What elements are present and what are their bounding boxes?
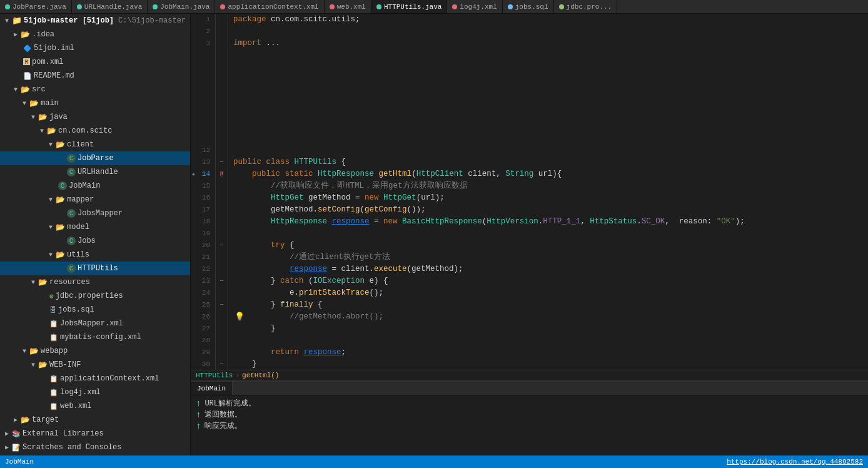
- tab-jobmain[interactable]: JobMain.java: [148, 0, 215, 13]
- editor-panel: 1 2 3 4 5 6 7 8 9 10 11 12 13 14 15 16 1: [191, 14, 868, 455]
- gutter-30[interactable]: −: [216, 359, 228, 370]
- sidebar-label: WEB-INF: [49, 360, 81, 369]
- sidebar-item-webapp[interactable]: ▼ 📂 webapp: [0, 344, 190, 358]
- sidebar-item-web-xml[interactable]: 📋 web.xml: [0, 399, 190, 413]
- sidebar-item-src[interactable]: ▼ 📂 src: [0, 83, 190, 96]
- code-line-22: response = client.execute(getMethod);: [233, 263, 868, 275]
- gutter-blank: [216, 61, 228, 73]
- tab-jobparse[interactable]: JobParse.java: [0, 0, 72, 13]
- breadcrumb-file[interactable]: HTTPUtils: [196, 372, 233, 379]
- tab-log4j[interactable]: log4j.xml: [447, 0, 502, 13]
- line-num-30: 30: [193, 359, 210, 370]
- code-line-15: //获取响应文件，即HTML，采用get方法获取响应数据: [233, 180, 868, 192]
- tab-urlhandle[interactable]: URLHandle.java: [72, 0, 148, 13]
- tab-label: jdbc.pro...: [567, 3, 612, 11]
- sidebar-item-utils[interactable]: ▼ 📂 utils: [0, 248, 190, 262]
- sidebar-item-idea[interactable]: ▶ 📂 .idea: [0, 28, 190, 41]
- bottom-tab-jobmain[interactable]: JobMain: [191, 382, 233, 395]
- sidebar-label: resources: [49, 278, 90, 287]
- code-line-20: try {: [233, 240, 868, 252]
- gutter-20[interactable]: −: [216, 240, 228, 252]
- sidebar-item-target[interactable]: ▶ 📂 target: [0, 413, 190, 427]
- code-line-12: [233, 145, 868, 156]
- sidebar-item-jobs[interactable]: C Jobs: [0, 234, 190, 248]
- sidebar-item-jobsmapper-xml[interactable]: 📋 JobsMapper.xml: [0, 317, 190, 330]
- line-num-21: 21: [193, 252, 210, 263]
- sidebar-item-package[interactable]: ▼ 📂 cn.com.scitc: [0, 124, 190, 138]
- sidebar-item-model[interactable]: ▼ 📂 model: [0, 220, 190, 234]
- folder-icon: 📂: [38, 360, 48, 370]
- sidebar-item-readme[interactable]: 📄 README.md: [0, 69, 190, 83]
- gutter-16: [216, 192, 228, 204]
- gutter-13[interactable]: −: [216, 156, 228, 168]
- sidebar-item-pom[interactable]: 🅼 pom.xml: [0, 55, 190, 69]
- prop-icon: ⚙: [49, 292, 54, 300]
- console-text: 返回数据。: [204, 409, 242, 420]
- expand-arrow: ▼: [31, 362, 35, 369]
- sidebar-item-ext-lib[interactable]: ▶ 📚 External Libraries: [0, 427, 190, 440]
- sidebar-item-urlhandle[interactable]: C URLHandle: [0, 165, 190, 179]
- sidebar-item-jdbc-prop[interactable]: ⚙ jdbc.properties: [0, 289, 190, 303]
- sidebar-label: Jobs: [78, 237, 96, 245]
- sidebar-item-jobs-sql[interactable]: 🗄 jobs.sql: [0, 303, 190, 317]
- line-num-19: 19: [193, 228, 210, 240]
- status-bar: JobMain https://blog.csdn.net/qq_4489258…: [0, 455, 868, 468]
- console-line-1: ↑ URL解析完成。: [196, 398, 863, 409]
- java-class-icon: C: [67, 154, 76, 163]
- sidebar-item-jobmain[interactable]: C JobMain: [0, 179, 190, 193]
- tab-jdbc-prop[interactable]: jdbc.pro...: [554, 0, 618, 13]
- sidebar-item-webinf[interactable]: ▼ 📂 WEB-INF: [0, 358, 190, 372]
- gutter-2: [216, 26, 228, 38]
- sidebar-item-main[interactable]: ▼ 📂 main: [0, 96, 190, 110]
- sidebar-item-resources[interactable]: ▼ 📂 resources: [0, 275, 190, 289]
- console-line-2: ↑ 返回数据。: [196, 409, 863, 420]
- sidebar-item-httputils[interactable]: C HTTPUtils: [0, 262, 190, 275]
- gutter-27: [216, 323, 228, 335]
- code-line-2: [233, 26, 868, 38]
- sidebar-item-appcontext-xml[interactable]: 📋 applicationContext.xml: [0, 372, 190, 385]
- sidebar-item-mybatis[interactable]: 📋 mybatis-config.xml: [0, 330, 190, 344]
- tab-web[interactable]: web.xml: [325, 0, 371, 13]
- sidebar-item-java[interactable]: ▼ 📂 java: [0, 110, 190, 124]
- code-line-24: e.printStackTrace();: [233, 287, 868, 299]
- code-area[interactable]: 1 2 3 4 5 6 7 8 9 10 11 12 13 14 15 16 1: [191, 14, 868, 370]
- sidebar-item-jobsmapper[interactable]: C JobsMapper: [0, 206, 190, 220]
- iml-icon: 🔷: [23, 44, 32, 53]
- sidebar-item-client[interactable]: ▼ 📂 client: [0, 138, 190, 151]
- code-line-19: [233, 228, 868, 240]
- code-line-3: import ...: [233, 38, 868, 49]
- lib-icon: 📚: [12, 430, 21, 438]
- tab-httputils[interactable]: HTTPUtils.java: [371, 0, 447, 13]
- sidebar-item-scratches[interactable]: ▶ 📝 Scratches and Consoles: [0, 440, 190, 454]
- code-line-blank-9: [233, 109, 868, 121]
- sidebar-label: jdbc.properties: [56, 292, 123, 300]
- line-num-29: 29: [193, 347, 210, 359]
- gutter-23[interactable]: −: [216, 275, 228, 287]
- code-content[interactable]: package cn.com.scitc.utils; import ... p…: [228, 14, 868, 370]
- expand-arrow: ▼: [49, 141, 53, 148]
- sidebar-label: .idea: [32, 30, 54, 39]
- tab-appcontext[interactable]: applicationContext.xml: [215, 0, 324, 13]
- sidebar-item-iml[interactable]: 🔷 51job.iml: [0, 41, 190, 55]
- expand-arrow: ▼: [31, 279, 35, 286]
- project-icon: 📁: [12, 16, 22, 26]
- gutter-blank: [216, 85, 228, 97]
- sidebar-project-root[interactable]: ▼ 📁 51job-master [51job] C:\51job-master: [0, 14, 190, 28]
- line-num-16: 16: [193, 192, 210, 204]
- line-numbers: 1 2 3 4 5 6 7 8 9 10 11 12 13 14 15 16 1: [191, 14, 216, 370]
- tab-jobs-sql[interactable]: jobs.sql: [503, 0, 554, 13]
- sidebar-item-log4j[interactable]: 📋 log4j.xml: [0, 385, 190, 399]
- sidebar-item-mapper[interactable]: ▼ 📂 mapper: [0, 193, 190, 206]
- status-url[interactable]: https://blog.csdn.net/qq_44892582: [727, 458, 863, 465]
- gutter-25[interactable]: −: [216, 299, 228, 311]
- arrow-up-icon: ↑: [196, 420, 201, 432]
- line-num-2: 2: [193, 26, 210, 38]
- expand-arrow: ▼: [40, 128, 44, 135]
- breadcrumb-method[interactable]: getHtml(): [242, 372, 279, 379]
- folder-icon: 📂: [38, 278, 48, 287]
- sidebar-item-jobparse[interactable]: C JobParse: [0, 151, 190, 165]
- breadcrumb-sep: ›: [235, 372, 240, 379]
- expand-arrow: ▼: [49, 224, 53, 231]
- line-num-15: 15: [193, 180, 210, 192]
- sidebar-label: utils: [67, 250, 89, 259]
